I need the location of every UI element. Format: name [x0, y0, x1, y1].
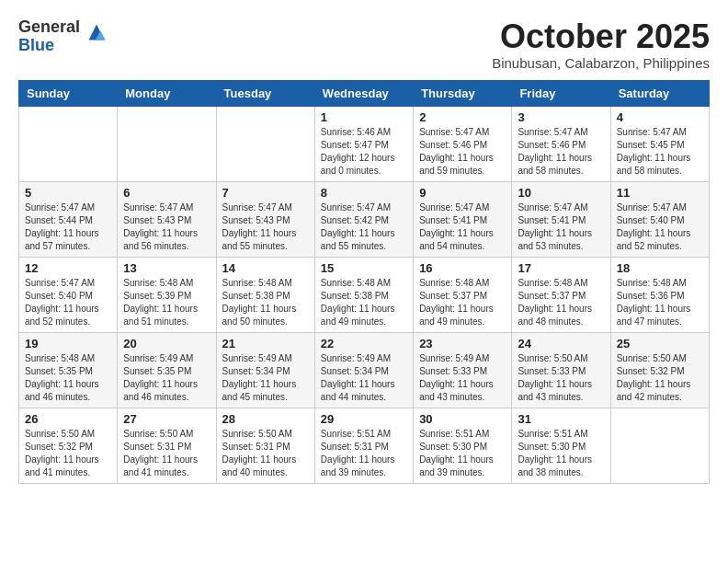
- day-number: 5: [25, 186, 111, 200]
- calendar-cell: 6Sunrise: 5:47 AM Sunset: 5:43 PM Daylig…: [118, 181, 216, 257]
- calendar-cell: 15Sunrise: 5:48 AM Sunset: 5:38 PM Dayli…: [314, 257, 413, 332]
- day-detail: Sunrise: 5:50 AM Sunset: 5:32 PM Dayligh…: [25, 428, 111, 479]
- day-detail: Sunrise: 5:47 AM Sunset: 5:46 PM Dayligh…: [419, 126, 506, 178]
- day-detail: Sunrise: 5:48 AM Sunset: 5:39 PM Dayligh…: [123, 277, 210, 328]
- day-number: 30: [419, 412, 506, 426]
- day-detail: Sunrise: 5:49 AM Sunset: 5:34 PM Dayligh…: [222, 352, 309, 404]
- day-detail: Sunrise: 5:50 AM Sunset: 5:32 PM Dayligh…: [617, 352, 703, 404]
- calendar-cell: 2Sunrise: 5:47 AM Sunset: 5:46 PM Daylig…: [414, 106, 512, 181]
- header-row: Sunday Monday Tuesday Wednesday Thursday…: [19, 80, 710, 106]
- calendar-cell: 1Sunrise: 5:46 AM Sunset: 5:47 PM Daylig…: [314, 106, 413, 181]
- page-header: General Blue October 2025 Binubusan, Cal…: [18, 18, 710, 71]
- header-thursday: Thursday: [414, 80, 512, 106]
- day-number: 21: [222, 337, 309, 350]
- day-number: 17: [518, 261, 604, 275]
- week-row-1: 5Sunrise: 5:47 AM Sunset: 5:44 PM Daylig…: [19, 181, 710, 257]
- calendar-cell: 10Sunrise: 5:47 AM Sunset: 5:41 PM Dayli…: [512, 181, 610, 257]
- day-detail: Sunrise: 5:50 AM Sunset: 5:31 PM Dayligh…: [123, 428, 210, 479]
- day-detail: Sunrise: 5:49 AM Sunset: 5:34 PM Dayligh…: [321, 352, 407, 404]
- calendar-cell: 7Sunrise: 5:47 AM Sunset: 5:43 PM Daylig…: [216, 181, 314, 257]
- calendar-cell: [216, 106, 314, 181]
- title-block: October 2025 Binubusan, Calabarzon, Phil…: [492, 18, 710, 71]
- day-detail: Sunrise: 5:50 AM Sunset: 5:33 PM Dayligh…: [518, 352, 604, 404]
- day-number: 10: [518, 186, 604, 200]
- day-number: 1: [321, 110, 407, 124]
- calendar-cell: 24Sunrise: 5:50 AM Sunset: 5:33 PM Dayli…: [512, 332, 610, 408]
- calendar-cell: 18Sunrise: 5:48 AM Sunset: 5:36 PM Dayli…: [610, 257, 709, 332]
- calendar-cell: 4Sunrise: 5:47 AM Sunset: 5:45 PM Daylig…: [610, 106, 709, 181]
- calendar-header: Sunday Monday Tuesday Wednesday Thursday…: [19, 80, 710, 106]
- calendar-cell: [610, 408, 709, 483]
- logo-blue: Blue: [18, 37, 80, 55]
- calendar-cell: 11Sunrise: 5:47 AM Sunset: 5:40 PM Dayli…: [610, 181, 709, 257]
- calendar-cell: 21Sunrise: 5:49 AM Sunset: 5:34 PM Dayli…: [216, 332, 314, 408]
- day-detail: Sunrise: 5:47 AM Sunset: 5:43 PM Dayligh…: [222, 201, 309, 253]
- header-tuesday: Tuesday: [216, 80, 314, 106]
- day-number: 9: [419, 186, 506, 200]
- day-detail: Sunrise: 5:48 AM Sunset: 5:37 PM Dayligh…: [419, 277, 506, 328]
- day-number: 6: [123, 186, 210, 200]
- day-detail: Sunrise: 5:47 AM Sunset: 5:41 PM Dayligh…: [419, 201, 506, 253]
- day-detail: Sunrise: 5:51 AM Sunset: 5:31 PM Dayligh…: [321, 428, 407, 479]
- header-friday: Friday: [512, 80, 610, 106]
- day-detail: Sunrise: 5:48 AM Sunset: 5:37 PM Dayligh…: [518, 277, 604, 328]
- logo-icon: [84, 19, 109, 45]
- day-detail: Sunrise: 5:49 AM Sunset: 5:33 PM Dayligh…: [419, 352, 506, 404]
- day-number: 24: [518, 337, 604, 350]
- calendar-cell: 8Sunrise: 5:47 AM Sunset: 5:42 PM Daylig…: [314, 181, 413, 257]
- day-number: 28: [222, 412, 309, 426]
- calendar-cell: 23Sunrise: 5:49 AM Sunset: 5:33 PM Dayli…: [414, 332, 512, 408]
- calendar-body: 1Sunrise: 5:46 AM Sunset: 5:47 PM Daylig…: [19, 106, 710, 483]
- day-number: 25: [617, 337, 703, 350]
- week-row-0: 1Sunrise: 5:46 AM Sunset: 5:47 PM Daylig…: [19, 106, 710, 181]
- calendar-cell: 14Sunrise: 5:48 AM Sunset: 5:38 PM Dayli…: [216, 257, 314, 332]
- subtitle: Binubusan, Calabarzon, Philippines: [492, 55, 710, 71]
- day-number: 31: [518, 412, 604, 426]
- day-detail: Sunrise: 5:47 AM Sunset: 5:46 PM Dayligh…: [518, 126, 604, 178]
- day-detail: Sunrise: 5:47 AM Sunset: 5:40 PM Dayligh…: [617, 201, 703, 253]
- calendar-cell: 31Sunrise: 5:51 AM Sunset: 5:30 PM Dayli…: [512, 408, 610, 483]
- calendar-cell: 28Sunrise: 5:50 AM Sunset: 5:31 PM Dayli…: [216, 408, 314, 483]
- calendar-cell: [118, 106, 216, 181]
- day-number: 7: [222, 186, 309, 200]
- calendar-cell: 20Sunrise: 5:49 AM Sunset: 5:35 PM Dayli…: [118, 332, 216, 408]
- day-detail: Sunrise: 5:50 AM Sunset: 5:31 PM Dayligh…: [222, 428, 309, 479]
- month-title: October 2025: [492, 18, 710, 55]
- day-number: 11: [617, 186, 703, 200]
- day-number: 2: [419, 110, 506, 124]
- day-detail: Sunrise: 5:48 AM Sunset: 5:35 PM Dayligh…: [25, 352, 111, 404]
- calendar-cell: 22Sunrise: 5:49 AM Sunset: 5:34 PM Dayli…: [314, 332, 413, 408]
- logo-general: General: [18, 18, 80, 37]
- calendar-cell: 27Sunrise: 5:50 AM Sunset: 5:31 PM Dayli…: [118, 408, 216, 483]
- day-detail: Sunrise: 5:49 AM Sunset: 5:35 PM Dayligh…: [123, 352, 210, 404]
- calendar-cell: 3Sunrise: 5:47 AM Sunset: 5:46 PM Daylig…: [512, 106, 610, 181]
- day-detail: Sunrise: 5:48 AM Sunset: 5:38 PM Dayligh…: [222, 277, 309, 328]
- day-number: 22: [321, 337, 407, 350]
- day-detail: Sunrise: 5:46 AM Sunset: 5:47 PM Dayligh…: [321, 126, 407, 178]
- day-detail: Sunrise: 5:48 AM Sunset: 5:38 PM Dayligh…: [321, 277, 407, 328]
- header-saturday: Saturday: [610, 80, 709, 106]
- day-number: 20: [123, 337, 210, 350]
- day-detail: Sunrise: 5:47 AM Sunset: 5:44 PM Dayligh…: [25, 201, 111, 253]
- day-number: 14: [222, 261, 309, 275]
- day-detail: Sunrise: 5:48 AM Sunset: 5:36 PM Dayligh…: [617, 277, 703, 328]
- day-number: 16: [419, 261, 506, 275]
- day-number: 13: [123, 261, 210, 275]
- week-row-2: 12Sunrise: 5:47 AM Sunset: 5:40 PM Dayli…: [19, 257, 710, 332]
- calendar-cell: 25Sunrise: 5:50 AM Sunset: 5:32 PM Dayli…: [610, 332, 709, 408]
- calendar-cell: 19Sunrise: 5:48 AM Sunset: 5:35 PM Dayli…: [19, 332, 118, 408]
- calendar-cell: 9Sunrise: 5:47 AM Sunset: 5:41 PM Daylig…: [414, 181, 512, 257]
- day-detail: Sunrise: 5:51 AM Sunset: 5:30 PM Dayligh…: [518, 428, 604, 479]
- day-detail: Sunrise: 5:47 AM Sunset: 5:40 PM Dayligh…: [25, 277, 111, 328]
- day-detail: Sunrise: 5:47 AM Sunset: 5:42 PM Dayligh…: [321, 201, 407, 253]
- header-wednesday: Wednesday: [314, 80, 413, 106]
- logo: General Blue: [18, 18, 109, 55]
- calendar-cell: 16Sunrise: 5:48 AM Sunset: 5:37 PM Dayli…: [414, 257, 512, 332]
- day-number: 4: [617, 110, 703, 124]
- day-number: 26: [25, 412, 111, 426]
- header-monday: Monday: [118, 80, 216, 106]
- calendar-table: Sunday Monday Tuesday Wednesday Thursday…: [18, 80, 710, 484]
- day-detail: Sunrise: 5:47 AM Sunset: 5:45 PM Dayligh…: [617, 126, 703, 178]
- day-detail: Sunrise: 5:47 AM Sunset: 5:43 PM Dayligh…: [123, 201, 210, 253]
- day-number: 29: [321, 412, 407, 426]
